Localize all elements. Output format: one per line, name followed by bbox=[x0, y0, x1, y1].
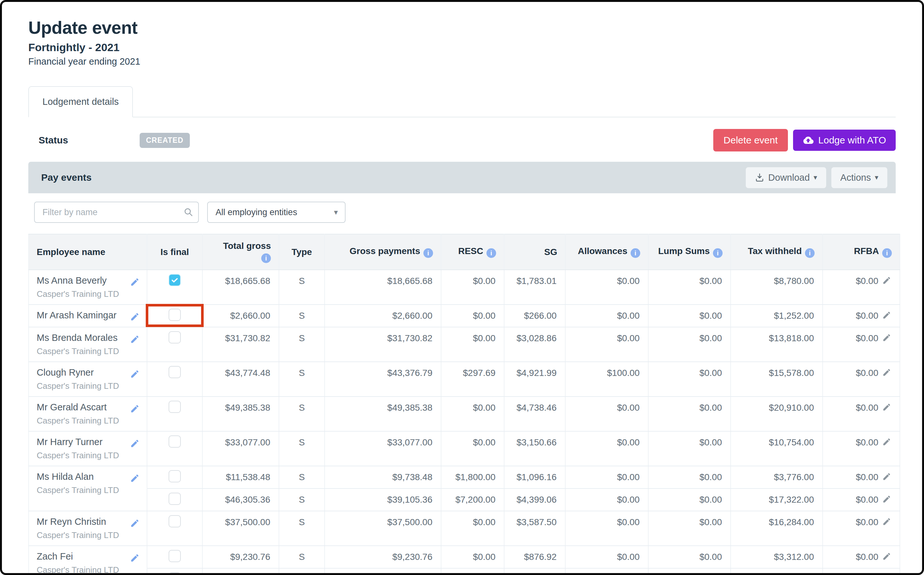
rfba-cell: $0.00 bbox=[823, 305, 900, 327]
cloud-upload-icon bbox=[803, 135, 814, 146]
resc-value: $0.00 bbox=[441, 305, 504, 327]
rfba-edit-pencil-icon[interactable] bbox=[882, 311, 891, 320]
rfba-edit-pencil-icon[interactable] bbox=[882, 552, 891, 561]
actions-button[interactable]: Actions ▾ bbox=[831, 167, 887, 188]
rfba-cell: $0.00 bbox=[823, 489, 900, 511]
lump-sums-value: $0.00 bbox=[648, 546, 731, 568]
employee-company: Casper's Training LTD bbox=[37, 289, 139, 299]
is-final-cell bbox=[147, 546, 202, 568]
tax-withheld-value: $10,754.00 bbox=[731, 431, 823, 466]
is-final-cell bbox=[147, 489, 202, 511]
allowances-value: $0.00 bbox=[565, 270, 648, 305]
employee-name: Zach Fei bbox=[37, 551, 139, 562]
rfba-edit-pencil-icon[interactable] bbox=[882, 495, 891, 504]
total-gross-value: $33,077.00 bbox=[202, 431, 279, 466]
table-row: $36,923.04S$36,923.04$0.00$3,519.22$0.00… bbox=[29, 568, 900, 575]
employee-name: Ms Hilda Alan bbox=[37, 472, 139, 482]
allowances-value: $0.00 bbox=[565, 397, 648, 431]
rfba-value: $0.00 bbox=[856, 437, 878, 448]
edit-pencil-icon[interactable] bbox=[130, 473, 140, 483]
employee-cell: Ms Hilda AlanCasper's Training LTD bbox=[29, 466, 147, 511]
is-final-checkbox[interactable] bbox=[169, 515, 181, 527]
column-header-employee-name: Employee name bbox=[29, 234, 147, 270]
sg-value: $3,519.22 bbox=[504, 568, 565, 575]
resc-value: $1,800.00 bbox=[441, 466, 504, 489]
caret-down-icon: ▾ bbox=[875, 173, 878, 182]
employee-name: Mr Harry Turner bbox=[37, 437, 139, 447]
rfba-cell: $0.00 bbox=[823, 397, 900, 431]
edit-pencil-icon[interactable] bbox=[130, 277, 140, 287]
is-final-checkbox[interactable] bbox=[169, 470, 181, 482]
download-button[interactable]: Download ▾ bbox=[746, 167, 826, 188]
info-icon[interactable]: i bbox=[713, 248, 723, 258]
rfba-edit-pencil-icon[interactable] bbox=[882, 276, 891, 285]
pay-events-table: Employee nameIs finalTotal grossiTypeGro… bbox=[28, 234, 900, 575]
edit-pencil-icon[interactable] bbox=[130, 404, 140, 413]
column-header-type: Type bbox=[279, 234, 324, 270]
allowances-value: $0.00 bbox=[565, 489, 648, 511]
rfba-edit-pencil-icon[interactable] bbox=[882, 333, 891, 342]
delete-event-button[interactable]: Delete event bbox=[713, 129, 788, 151]
type-value: S bbox=[279, 546, 324, 568]
info-icon[interactable]: i bbox=[882, 248, 892, 258]
allowances-value: $0.00 bbox=[565, 511, 648, 546]
rfba-cell: $0.00 bbox=[823, 546, 900, 568]
is-final-checkbox[interactable] bbox=[169, 493, 181, 505]
resc-value: $0.00 bbox=[441, 327, 504, 362]
info-icon[interactable]: i bbox=[631, 248, 640, 258]
is-final-cell bbox=[147, 362, 202, 397]
rfba-edit-pencil-icon[interactable] bbox=[882, 437, 891, 446]
rfba-edit-pencil-icon[interactable] bbox=[882, 368, 891, 377]
info-icon[interactable]: i bbox=[805, 248, 814, 258]
employing-entities-select[interactable]: All employing entities ▾ bbox=[207, 202, 345, 223]
status-label: Status bbox=[38, 135, 68, 146]
gross-payments-value: $18,665.68 bbox=[324, 270, 441, 305]
column-label: Tax withheld bbox=[748, 246, 802, 256]
download-icon bbox=[755, 173, 765, 182]
info-icon[interactable]: i bbox=[261, 253, 271, 263]
is-final-checkbox[interactable] bbox=[169, 401, 181, 413]
table-row: Zach FeiCasper's Training LTD$9,230.76S$… bbox=[29, 546, 900, 568]
edit-pencil-icon[interactable] bbox=[130, 438, 140, 448]
employee-company: Casper's Training LTD bbox=[37, 485, 139, 495]
edit-pencil-icon[interactable] bbox=[130, 369, 140, 379]
resc-value: $0.00 bbox=[441, 270, 504, 305]
employee-company: Casper's Training LTD bbox=[37, 451, 139, 461]
gross-payments-value: $49,385.38 bbox=[324, 397, 441, 431]
allowances-value: $0.00 bbox=[565, 546, 648, 568]
edit-pencil-icon[interactable] bbox=[130, 553, 140, 563]
is-final-checkbox[interactable] bbox=[169, 572, 181, 575]
column-header-lump-sums: Lump Sumsi bbox=[648, 234, 731, 270]
rfba-edit-pencil-icon[interactable] bbox=[882, 472, 891, 481]
lodge-with-ato-button[interactable]: Lodge with ATO bbox=[793, 130, 896, 151]
info-icon[interactable]: i bbox=[423, 248, 433, 258]
is-final-checkbox[interactable] bbox=[169, 435, 181, 448]
is-final-checkbox[interactable] bbox=[169, 331, 181, 343]
resc-value: $0.00 bbox=[441, 546, 504, 568]
sg-value: $4,738.46 bbox=[504, 397, 565, 431]
edit-pencil-icon[interactable] bbox=[130, 312, 140, 322]
filter-by-name-input[interactable] bbox=[34, 202, 199, 223]
resc-value: $7,200.00 bbox=[441, 489, 504, 511]
page-title: Update event bbox=[28, 17, 896, 38]
info-icon[interactable]: i bbox=[487, 248, 496, 258]
tax-withheld-value: $8,780.00 bbox=[731, 270, 823, 305]
column-label: Is final bbox=[161, 247, 189, 257]
column-header-is-final: Is final bbox=[147, 234, 202, 270]
employee-name: Mr Arash Kamingar bbox=[37, 310, 139, 321]
total-gross-value: $31,730.82 bbox=[202, 327, 279, 362]
is-final-checkbox[interactable] bbox=[169, 309, 181, 321]
rfba-edit-pencil-icon[interactable] bbox=[882, 517, 891, 526]
rfba-edit-pencil-icon[interactable] bbox=[882, 403, 891, 411]
edit-pencil-icon[interactable] bbox=[130, 518, 140, 528]
tab-lodgement-details[interactable]: Lodgement details bbox=[28, 86, 133, 118]
column-label: RFBA bbox=[854, 246, 879, 256]
is-final-checkbox[interactable] bbox=[169, 550, 181, 562]
edit-pencil-icon[interactable] bbox=[130, 334, 140, 344]
total-gross-value: $36,923.04 bbox=[202, 568, 279, 575]
is-final-checkbox[interactable] bbox=[169, 274, 181, 286]
type-value: S bbox=[279, 397, 324, 431]
is-final-checkbox[interactable] bbox=[169, 366, 181, 378]
sg-value: $266.00 bbox=[504, 305, 565, 327]
column-label: Total gross bbox=[223, 241, 271, 251]
